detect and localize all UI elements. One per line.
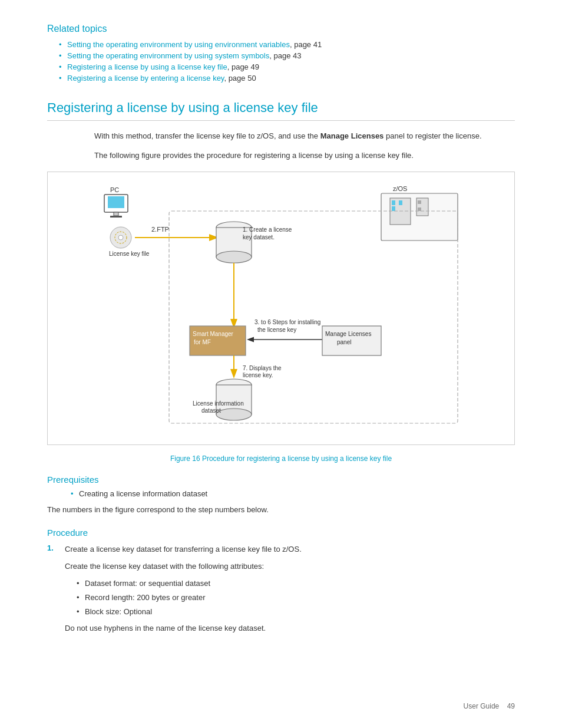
svg-text:1. Create a license: 1. Create a license xyxy=(243,226,292,233)
svg-rect-20 xyxy=(392,206,395,211)
footer-page: 49 xyxy=(507,702,515,710)
page-ref-3: , page 49 xyxy=(227,62,259,71)
list-item: Setting the operating environment by usi… xyxy=(59,40,515,49)
related-link-1[interactable]: Setting the operating environment by usi… xyxy=(67,40,290,49)
list-item: Block size: Optional xyxy=(77,606,515,618)
svg-rect-3 xyxy=(114,212,118,216)
intro-text-before: With this method, transfer the license k… xyxy=(94,131,320,140)
prerequisites-heading: Prerequisites xyxy=(47,475,515,485)
attr-list: Dataset format: or sequential dataset Re… xyxy=(77,578,515,618)
svg-text:the license key: the license key xyxy=(257,327,296,333)
numbers-note: The numbers in the figure correspond to … xyxy=(47,504,515,516)
diagram-svg: PC License key file 2.FTP 1. Create a li… xyxy=(92,182,470,435)
svg-text:2.FTP: 2.FTP xyxy=(151,226,169,233)
svg-text:for MF: for MF xyxy=(194,339,211,345)
svg-text:License information: License information xyxy=(193,400,244,407)
intro-bold: Manage Licenses xyxy=(320,131,384,140)
svg-text:panel: panel xyxy=(337,339,351,345)
svg-point-13 xyxy=(216,251,252,263)
prerequisites-list: Creating a license information dataset xyxy=(71,489,515,498)
related-link-2[interactable]: Setting the operating environment by usi… xyxy=(67,51,269,60)
step-main-text: Create a license key dataset for transfe… xyxy=(65,543,515,556)
svg-point-41 xyxy=(216,409,252,420)
step-number: 1. xyxy=(47,543,59,640)
list-item: Setting the operating environment by usi… xyxy=(59,51,515,60)
svg-text:dataset: dataset xyxy=(201,407,221,414)
intro-paragraph-2: The following figure provides the proced… xyxy=(94,150,515,162)
svg-text:Manage Licenses: Manage Licenses xyxy=(325,331,371,337)
list-item: Registering a license by entering a lice… xyxy=(59,74,515,83)
svg-text:key dataset.: key dataset. xyxy=(243,234,275,241)
figure-caption: Figure 16 Procedure for registering a li… xyxy=(47,454,515,463)
intro-paragraph-1: With this method, transfer the license k… xyxy=(94,130,515,143)
main-section-heading: Registering a license by using a license… xyxy=(47,100,515,121)
list-item: Dataset format: or sequential dataset xyxy=(77,578,515,590)
svg-text:z/OS: z/OS xyxy=(393,185,407,192)
svg-rect-4 xyxy=(110,216,122,218)
page-ref-2: , page 43 xyxy=(269,51,301,60)
related-topics-list: Setting the operating environment by usi… xyxy=(59,40,515,83)
svg-rect-19 xyxy=(392,200,395,205)
svg-text:License key file: License key file xyxy=(109,251,150,257)
procedure-step-1: 1. Create a license key dataset for tran… xyxy=(47,543,515,640)
intro-text-after: panel to register the license. xyxy=(384,131,481,140)
svg-rect-24 xyxy=(418,207,421,211)
procedure-heading: Procedure xyxy=(47,528,515,538)
svg-text:Smart Manager: Smart Manager xyxy=(193,331,234,337)
page-ref-1: , page 41 xyxy=(290,40,322,49)
svg-rect-25 xyxy=(169,211,458,423)
footer: User Guide 49 xyxy=(464,702,515,710)
svg-text:7. Displays the: 7. Displays the xyxy=(243,365,282,371)
svg-point-6 xyxy=(118,235,123,240)
step-note: Do not use hyphens in the name of the li… xyxy=(65,622,515,635)
list-item: Creating a license information dataset xyxy=(71,489,515,498)
page-ref-4: , page 50 xyxy=(224,74,256,83)
related-link-3[interactable]: Registering a license by using a license… xyxy=(67,62,227,71)
related-topics-heading: Related topics xyxy=(47,24,515,34)
related-link-4[interactable]: Registering a license by entering a lice… xyxy=(67,74,224,83)
svg-text:license key.: license key. xyxy=(243,372,273,378)
footer-label: User Guide xyxy=(464,702,500,710)
list-item: Registering a license by using a license… xyxy=(59,62,515,71)
step-sub-text: Create the license key dataset with the … xyxy=(65,561,515,573)
list-item: Record length: 200 bytes or greater xyxy=(77,592,515,604)
svg-text:3. to 6  Steps for installing: 3. to 6 Steps for installing xyxy=(254,319,320,325)
step-content: Create a license key dataset for transfe… xyxy=(65,543,515,640)
svg-rect-23 xyxy=(418,200,421,204)
svg-text:PC: PC xyxy=(110,186,119,193)
svg-rect-21 xyxy=(399,200,402,205)
svg-rect-2 xyxy=(108,196,124,208)
figure-container: PC License key file 2.FTP 1. Create a li… xyxy=(47,172,515,445)
